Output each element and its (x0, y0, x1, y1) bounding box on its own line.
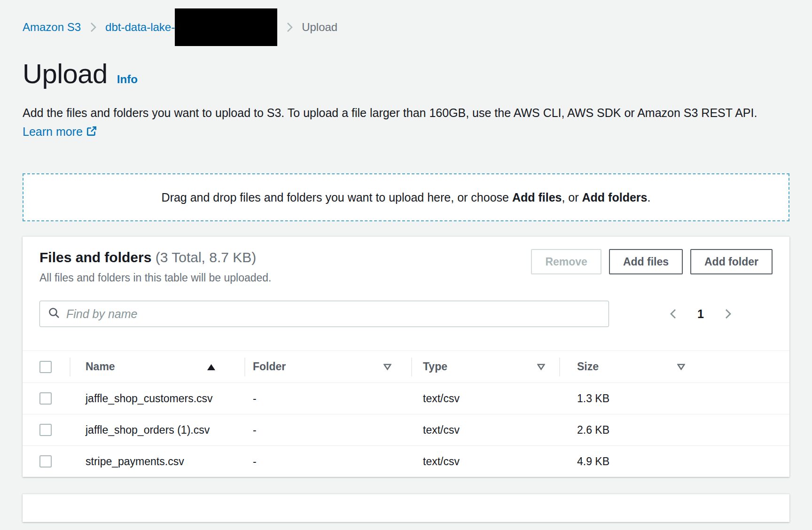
sort-ascending-icon (207, 360, 215, 373)
panel-title: Files and folders (3 Total, 8.7 KB) (39, 249, 272, 266)
next-panel-partial (23, 494, 789, 522)
breadcrumb-current-page: Upload (302, 21, 337, 34)
file-size: 2.6 KB (559, 424, 695, 436)
files-and-folders-panel: Files and folders (3 Total, 8.7 KB) All … (23, 236, 789, 477)
current-page-number[interactable]: 1 (697, 307, 704, 321)
column-header-name[interactable]: Name (70, 351, 244, 382)
header-checkbox-cell (23, 351, 70, 382)
pagination: 1 (665, 305, 736, 323)
breadcrumb: Amazon S3 dbt-data-lake- Upload (23, 8, 789, 46)
previous-page-button[interactable] (665, 305, 681, 323)
panel-summary: (3 Total, 8.7 KB) (156, 249, 257, 265)
page-title: Upload (23, 58, 108, 89)
dropzone-text: Drag and drop files and folders you want… (162, 191, 651, 204)
row-checkbox-cell (23, 453, 70, 470)
table-row: stripe_payments.csv - text/csv 4.9 KB (23, 445, 789, 477)
row-checkbox[interactable] (39, 424, 52, 436)
column-header-folder[interactable]: Folder (244, 351, 411, 382)
row-checkbox-cell (23, 421, 70, 438)
external-link-icon (86, 124, 98, 142)
sortable-icon (537, 360, 545, 373)
sortable-icon (677, 360, 685, 373)
breadcrumb-bucket-link[interactable]: dbt-data-lake- (105, 21, 175, 34)
redacted-bucket-name (175, 8, 277, 46)
title-row: Upload Info (23, 58, 789, 89)
column-divider (244, 358, 245, 376)
row-checkbox[interactable] (39, 392, 52, 405)
table-row: jaffle_shop_orders (1).csv - text/csv 2.… (23, 414, 789, 445)
panel-title-block: Files and folders (3 Total, 8.7 KB) All … (39, 249, 272, 285)
sortable-icon (383, 360, 391, 373)
file-name: stripe_payments.csv (70, 453, 244, 470)
search-row: 1 (23, 301, 789, 327)
file-size: 1.3 KB (559, 392, 695, 405)
breadcrumb-chevron-icon (89, 21, 97, 33)
add-files-button[interactable]: Add files (609, 249, 683, 274)
breadcrumb-bucket[interactable]: dbt-data-lake- (105, 8, 277, 46)
description-text: Add the files and folders you want to up… (23, 106, 757, 119)
column-divider (70, 358, 70, 376)
table-header-row: Name Folder Type (23, 351, 789, 382)
search-input[interactable] (66, 307, 601, 321)
search-icon (47, 306, 61, 321)
add-folder-button[interactable]: Add folder (690, 249, 773, 274)
row-checkbox-cell (23, 390, 70, 407)
panel-header: Files and folders (3 Total, 8.7 KB) All … (23, 237, 789, 285)
file-name: jaffle_shop_customers.csv (70, 390, 244, 407)
drag-drop-zone[interactable]: Drag and drop files and folders you want… (23, 173, 789, 221)
table-row: jaffle_shop_customers.csv - text/csv 1.3… (23, 382, 789, 414)
file-type: text/csv (411, 392, 559, 405)
column-header-size[interactable]: Size (559, 351, 695, 382)
learn-more-link[interactable]: Learn more (23, 125, 98, 138)
remove-button[interactable]: Remove (531, 249, 601, 274)
file-folder: - (244, 392, 411, 405)
file-folder: - (244, 424, 411, 436)
search-box[interactable] (39, 301, 609, 327)
breadcrumb-chevron-icon (286, 21, 293, 33)
row-checkbox[interactable] (39, 455, 52, 468)
file-size: 4.9 KB (559, 455, 695, 468)
page-description: Add the files and folders you want to up… (23, 103, 774, 142)
breadcrumb-amazon-s3-link[interactable]: Amazon S3 (23, 21, 81, 34)
panel-buttons: Remove Add files Add folder (531, 249, 773, 274)
select-all-checkbox[interactable] (39, 361, 52, 373)
next-page-button[interactable] (720, 305, 736, 323)
s3-upload-page: Amazon S3 dbt-data-lake- Upload Upload I… (0, 0, 812, 522)
panel-subtitle: All files and folders in this table will… (39, 271, 272, 285)
file-type: text/csv (411, 455, 559, 468)
file-type: text/csv (411, 424, 559, 436)
column-header-type[interactable]: Type (411, 351, 559, 382)
file-folder: - (244, 455, 411, 468)
files-table: Name Folder Type (23, 351, 789, 477)
column-divider (411, 358, 412, 376)
file-name: jaffle_shop_orders (1).csv (70, 421, 244, 438)
info-link[interactable]: Info (117, 73, 138, 86)
column-divider (559, 358, 560, 376)
